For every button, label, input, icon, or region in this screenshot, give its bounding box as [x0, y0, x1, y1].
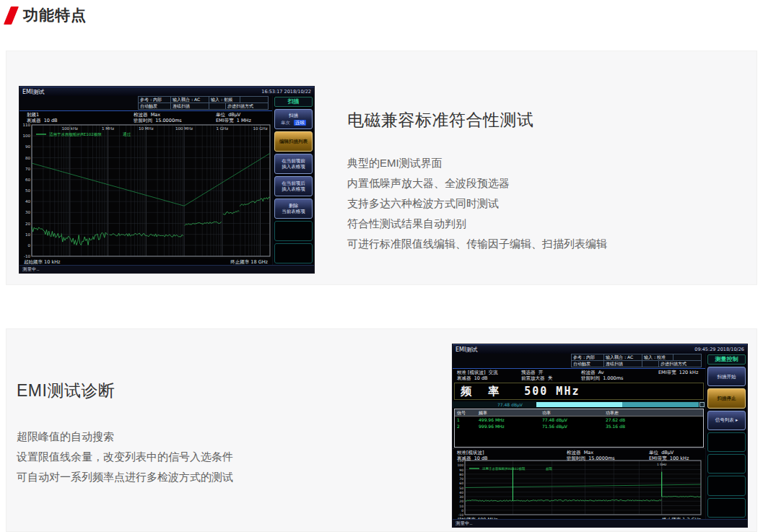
shot1-clock: 16:53:17 2018/10/22	[261, 89, 311, 95]
meas-readout: 检波器 Max驻留时间 15.0000ms	[567, 450, 615, 461]
shot2-title-bar: EMI测试 09:45:29 2018/10/26	[453, 344, 747, 354]
shot2-main-screen: 参考：内部输入耦合：AC输入：校准自动触发连续扫描步进扫描方式 校准 [梳状波]…	[453, 354, 705, 519]
svg-text:70: 70	[459, 477, 463, 481]
shot2-clock: 09:45:29 2018/10/26	[694, 346, 744, 352]
emi-diagnosis-screenshot: EMI测试 09:45:29 2018/10/26 参考：内部输入耦合：AC输入…	[452, 344, 748, 528]
shot1-softkey-menu-title: 扫描	[274, 97, 313, 107]
softkey-blank	[274, 221, 313, 241]
softkey-option[interactable]: 单次	[281, 120, 290, 126]
svg-text:适用于水面舰船的RE102极限: 适用于水面舰船的RE102极限	[482, 466, 526, 471]
shot1-app-title: EMI测试	[22, 88, 44, 96]
frequency-value: 500 MHz	[524, 385, 580, 398]
feature-block-diagnosis: EMI测试诊断 超限峰值的自动搜索设置限值线余量，改变列表中的信号入选条件可自动…	[17, 380, 233, 487]
shot2-softkey-menu-title: 测量控制	[707, 354, 746, 365]
meas-readout: 预选器 开前置放大器 关	[521, 370, 552, 381]
status-cell: 自动触发	[138, 103, 171, 110]
table-cell: 35.16 dB	[603, 423, 650, 429]
svg-text:70: 70	[25, 167, 30, 171]
section-emi-diagnosis: EMI测试诊断 超限峰值的自动搜索设置限值线余量，改变列表中的信号入选条件可自动…	[6, 328, 757, 532]
page-title: 功能特点	[23, 5, 87, 25]
shot2-status-grid: 参考：内部输入耦合：AC输入：校准自动触发连续扫描步进扫描方式	[453, 354, 705, 369]
svg-text:1 MHz: 1 MHz	[102, 126, 114, 131]
softkey-delete-current-item[interactable]: 删除 当前表格项	[274, 199, 313, 219]
progress-bar-dim	[622, 402, 699, 407]
page-header: 功能特点	[7, 5, 87, 25]
svg-text:100: 100	[457, 463, 463, 467]
feature-bullet: 典型的EMI测试界面	[347, 153, 607, 173]
svg-text:60: 60	[25, 178, 30, 182]
svg-text:80: 80	[459, 473, 463, 476]
svg-text:-10: -10	[24, 254, 30, 258]
status-cell: 自动触发	[571, 360, 604, 367]
meas-readout: 校准 [梳状波] 交流衰减器 10 dB	[457, 370, 498, 381]
svg-text:10: 10	[459, 505, 463, 508]
softkey-scan-start[interactable]: 扫描开始	[707, 367, 746, 386]
meas-readout: EMI带宽 120 kHz	[658, 370, 698, 375]
softkey-edit-scan-list[interactable]: 编辑扫描列表	[274, 131, 313, 152]
shot1-status-bar: 测量中..	[19, 265, 314, 273]
table-cell: 1	[455, 417, 476, 423]
svg-text:0: 0	[28, 243, 31, 248]
status-cell	[642, 360, 659, 367]
red-slash-icon	[4, 6, 19, 25]
shot1-main-screen: 参考：内部输入耦合：AC输入：射频自动触发连续扫描步进扫描方式 射频1衰减器 1…	[19, 96, 272, 265]
table-cell: 2	[455, 423, 476, 429]
table-row[interactable]: 1499.96 MHz77.48 dBµV27.62 dB	[455, 417, 703, 423]
softkey-option[interactable]: 连续	[294, 120, 306, 126]
status-cell: 步进扫描方式	[225, 103, 269, 110]
meas-readout: 检波器 Max驻留时间 15.0000ms	[134, 112, 182, 123]
shot2-app-title: EMI测试	[455, 346, 477, 354]
meas-readout: 校准[梳状波]衰减器 10 dB	[457, 450, 488, 461]
table-header: 信号	[455, 409, 476, 416]
shot2-measure-progress: 77.48 dBµV	[453, 401, 705, 408]
feature-block-emc: 电磁兼容标准符合性测试 典型的EMI测试界面内置低噪声放大器、全波段预选器支持多…	[347, 109, 607, 254]
meas-readout: 单位 dBµVEMI带宽 1 MHz	[216, 112, 251, 123]
softkey-blank	[274, 243, 313, 263]
softkey-insert-after-current[interactable]: 在当前项后 插入表格项	[274, 176, 313, 196]
svg-text:90: 90	[459, 468, 463, 472]
softkey-scan-stop[interactable]: 扫描停止	[707, 388, 746, 408]
svg-text:100 MHz: 100 MHz	[175, 126, 193, 131]
softkey-blank	[707, 498, 746, 518]
emi-scan-screenshot: EMI测试 16:53:17 2018/10/22 参考：内部输入耦合：AC输入…	[19, 86, 315, 274]
table-cell: 71.56 dBµV	[540, 423, 603, 429]
svg-text:50: 50	[25, 188, 30, 193]
section1-bullet-list: 典型的EMI测试界面内置低噪声放大器、全波段预选器支持多达六种检波方式同时测试符…	[347, 153, 607, 254]
progress-bar-bright	[536, 402, 622, 407]
shot1-measure-settings: 射频1衰减器 10 dB检波器 Max驻留时间 15.0000ms单位 dBµV…	[19, 111, 272, 123]
meas-readout: 射频1衰减器 10 dB	[27, 112, 58, 123]
shot2-frequency-display: 频 率 500 MHz	[454, 383, 704, 400]
softkey-blank	[707, 476, 746, 495]
shot2-input-settings: 校准 [梳状波] 交流衰减器 10 dB预选器 开前置放大器 关检波器 Av驻留…	[453, 369, 705, 382]
status-cell: 步进扫描方式	[658, 360, 702, 367]
svg-text:40: 40	[459, 491, 463, 494]
frequency-label: 频 率	[461, 385, 505, 398]
table-header: 频率	[476, 409, 540, 416]
svg-text:60: 60	[459, 481, 463, 485]
progress-reading: 77.48 dBµV	[497, 402, 523, 407]
feature-bullet: 超限峰值的自动搜索	[17, 427, 233, 447]
softkey-signal-list[interactable]: 信号列表 ▸	[707, 411, 746, 430]
softkey-blank	[707, 432, 746, 452]
table-header: 功率	[540, 409, 603, 416]
svg-text:0: 0	[461, 509, 463, 513]
svg-text:100: 100	[23, 134, 31, 138]
feature-bullet: 内置低噪声放大器、全波段预选器	[347, 173, 607, 193]
shot2-softkey-column: 测量控制 扫描开始扫描停止信号列表 ▸	[705, 354, 747, 519]
svg-text:30: 30	[25, 210, 30, 214]
softkey-sweep-single-continuous[interactable]: 扫描单次连续	[274, 109, 313, 129]
softkey-insert-before-current[interactable]: 在当前项前 插入表格项	[274, 154, 313, 174]
meas-readout: 检波器 Av驻留时间 1.000ms	[581, 370, 623, 381]
softkey-blank	[707, 454, 746, 474]
shot2-status-bar: 测量中..	[453, 519, 747, 527]
svg-text:40: 40	[25, 199, 30, 204]
shot1-spectrum-chart: -100102030405060708090100110100 kHz1 MHz…	[19, 123, 274, 259]
table-row[interactable]: 2999.96 MHz71.56 dBµV35.16 dB	[455, 423, 703, 429]
svg-text:20: 20	[459, 500, 463, 503]
svg-text:80: 80	[25, 156, 30, 160]
shot2-graph-settings: 校准[梳状波]衰减器 10 dB检波器 Max驻留时间 15.0000ms单位 …	[453, 448, 705, 459]
shot2-signal-table[interactable]: 信号频率功率功率差 1499.96 MHz77.48 dBµV27.62 dB2…	[454, 409, 704, 448]
close-icon[interactable]	[699, 402, 705, 407]
svg-text:20: 20	[25, 222, 30, 226]
svg-text:1 GHz: 1 GHz	[657, 463, 667, 466]
